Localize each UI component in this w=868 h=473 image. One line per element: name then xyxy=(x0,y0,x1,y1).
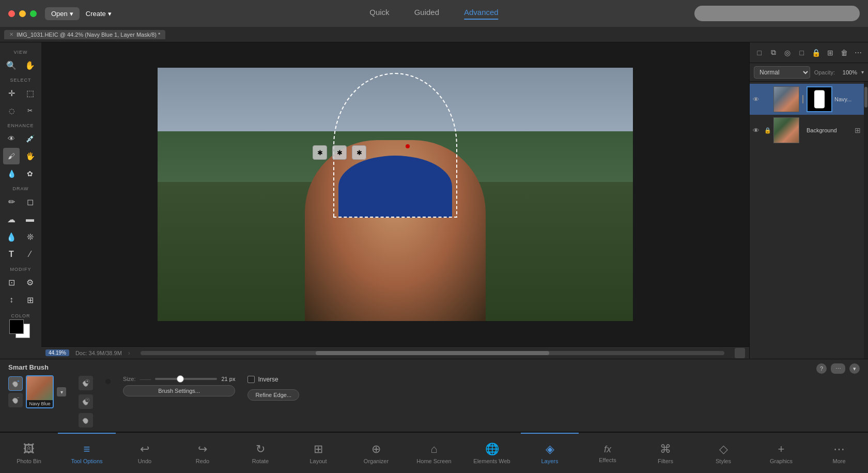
doc-info-chevron[interactable]: › xyxy=(128,349,130,357)
brush-subtract-icon[interactable]: ✱ xyxy=(332,145,347,160)
tab-elements-web[interactable]: 🌐 Elements Web xyxy=(463,433,521,473)
preset-dropdown-btn[interactable]: ▾ xyxy=(57,387,66,396)
tab-graphics[interactable]: + Graphics xyxy=(752,433,810,473)
file-tab[interactable]: ✕ IMG_1031.HEIC @ 44.2% (Navy Blue 1, La… xyxy=(4,30,165,39)
search-bar[interactable] xyxy=(694,6,860,21)
content-brush[interactable]: ∕ xyxy=(22,246,38,263)
tab-layout[interactable]: ⊞ Layout xyxy=(289,433,347,473)
shape-tool[interactable]: ▬ xyxy=(22,211,38,227)
maximize-button[interactable] xyxy=(30,10,37,17)
create-chevron: ▾ xyxy=(108,10,112,18)
marquee-tool[interactable]: ⬚ xyxy=(22,85,38,101)
lock-icon[interactable]: 🔒 xyxy=(811,47,822,58)
new-layer-icon[interactable]: □ xyxy=(754,47,765,58)
size-slider[interactable] xyxy=(155,378,217,380)
crop-tool[interactable]: ⊡ xyxy=(3,274,20,291)
brush-mode-replace[interactable] xyxy=(79,413,93,428)
tab-close-icon[interactable]: ✕ xyxy=(9,32,13,37)
tab-more[interactable]: ⋯ More xyxy=(810,433,868,473)
tab-quick[interactable]: Quick xyxy=(369,8,389,20)
delete-layer-icon[interactable]: 🗑 xyxy=(839,47,849,58)
eyedropper-tool2[interactable]: 💧 xyxy=(3,228,20,245)
tab-tool-options[interactable]: ≡ Tool Options xyxy=(58,433,116,473)
smudge-tool[interactable]: ☁ xyxy=(3,211,20,227)
enhance-tools-row3: 💧 ✿ xyxy=(3,165,38,182)
blend-mode-select[interactable]: Normal Multiply Screen xyxy=(754,66,810,79)
zoom-tool[interactable]: 🔍 xyxy=(3,57,20,73)
subtract-brush-btn[interactable]: − xyxy=(8,393,23,407)
layer-visibility-icon-bg[interactable]: 👁 xyxy=(753,127,762,134)
duplicate-layer-icon[interactable]: ⧉ xyxy=(768,47,779,58)
tab-layers[interactable]: ◈ Layers xyxy=(521,433,579,473)
eye-tool[interactable]: 👁 xyxy=(3,130,20,147)
recompose-tool[interactable]: ⚙ xyxy=(22,274,38,291)
detail-smart-brush[interactable]: 🖐 xyxy=(22,148,38,164)
right-panel-scroll-thumb[interactable] xyxy=(864,87,867,108)
refine-edge-button[interactable]: Refine Edge... xyxy=(247,389,299,401)
tab-effects[interactable]: fx Effects xyxy=(579,433,637,473)
tab-styles[interactable]: ◇ Styles xyxy=(694,433,752,473)
foreground-swatch[interactable] xyxy=(9,319,24,334)
brush-add-icon[interactable]: ✱ xyxy=(313,145,327,160)
opacity-chevron[interactable]: ▾ xyxy=(861,69,864,75)
brush-settings-button[interactable]: Brush Settings... xyxy=(123,385,235,396)
horizontal-scrollbar[interactable] xyxy=(141,351,724,355)
home-screen-icon: ⌂ xyxy=(430,443,437,456)
color-swatches[interactable] xyxy=(9,319,32,340)
group-icon[interactable]: ⊞ xyxy=(825,47,835,58)
tab-rotate[interactable]: ↻ Rotate xyxy=(231,433,289,473)
tab-home-screen[interactable]: ⌂ Home Screen xyxy=(405,433,463,473)
scroll-corner[interactable] xyxy=(735,348,745,358)
tab-undo[interactable]: ↩ Undo xyxy=(116,433,174,473)
tab-photo-bin[interactable]: 🖼 Photo Bin xyxy=(0,433,58,473)
right-panel-scrollbar[interactable] xyxy=(864,82,868,359)
hand-tool[interactable]: ✋ xyxy=(22,57,38,73)
magic-wand-tool[interactable]: ✂ xyxy=(22,102,38,119)
move-to-layer-tool[interactable]: ⊞ xyxy=(22,292,38,308)
brush-mode-add[interactable]: + xyxy=(79,376,93,390)
dropper-tool[interactable]: 💉 xyxy=(22,130,38,147)
eraser-tool[interactable]: ◻ xyxy=(22,193,38,210)
canvas-container[interactable]: ✱ ✱ ✱ xyxy=(41,42,749,346)
healing-tool[interactable]: ✿ xyxy=(22,165,38,182)
close-button[interactable] xyxy=(8,10,15,17)
tab-advanced[interactable]: Advanced xyxy=(464,8,499,20)
collapse-button[interactable]: ▾ xyxy=(849,363,860,374)
inverse-checkbox[interactable] xyxy=(247,376,255,383)
add-brush-btn[interactable]: + xyxy=(8,376,23,391)
brush-replace-icon[interactable]: ✱ xyxy=(352,145,366,160)
adjust-icon[interactable]: ◎ xyxy=(782,47,793,58)
lasso-tool[interactable]: ◌ xyxy=(3,102,20,119)
minimize-button[interactable] xyxy=(19,10,26,17)
create-button[interactable]: Create ▾ xyxy=(80,7,118,20)
layer-item-navy-blue[interactable]: 👁 Navy... xyxy=(750,84,864,115)
tab-redo[interactable]: ↪ Redo xyxy=(174,433,231,473)
fill-icon[interactable]: □ xyxy=(796,47,807,58)
tab-organizer[interactable]: ⊕ Organizer xyxy=(347,433,405,473)
brush-mode-subtract[interactable]: − xyxy=(79,394,93,409)
layer-visibility-icon[interactable]: 👁 xyxy=(753,96,762,103)
layer-mask-thumb[interactable] xyxy=(807,86,832,112)
tab-guided[interactable]: Guided xyxy=(414,8,439,20)
brush-tool[interactable]: ✏ xyxy=(3,193,20,210)
help-button[interactable]: ? xyxy=(816,363,827,374)
straighten-tool[interactable]: ↕ xyxy=(3,292,20,308)
text-tool[interactable]: T xyxy=(3,246,20,263)
size-slider-thumb[interactable] xyxy=(177,375,184,383)
layer-item-background[interactable]: 👁 🔒 Background ⊞ xyxy=(750,115,864,146)
scrollbar-thumb[interactable] xyxy=(316,351,549,355)
layer-thumb-background xyxy=(773,117,799,143)
more-options-button[interactable]: ⋯ xyxy=(831,363,845,374)
more-options-icon[interactable]: ⋯ xyxy=(853,47,864,58)
move-tool[interactable]: ✛ xyxy=(3,85,20,101)
selection-brush[interactable]: ❊ xyxy=(22,228,38,245)
smart-brush-tool[interactable]: 🖌 xyxy=(3,148,20,164)
open-button[interactable]: Open ▾ xyxy=(45,7,80,20)
opacity-value[interactable]: 100% xyxy=(839,69,857,75)
right-panel: □ ⧉ ◎ □ 🔒 ⊞ 🗑 ⋯ Normal Multiply Screen O… xyxy=(749,42,868,359)
add-brush-icon: + xyxy=(11,379,20,388)
dodge-burn-tool[interactable]: 💧 xyxy=(3,165,20,182)
scroll-corner-icon xyxy=(737,350,742,356)
tab-filters[interactable]: ⌘ Filters xyxy=(637,433,694,473)
preset-thumbnail[interactable]: Navy Blue xyxy=(26,375,54,408)
